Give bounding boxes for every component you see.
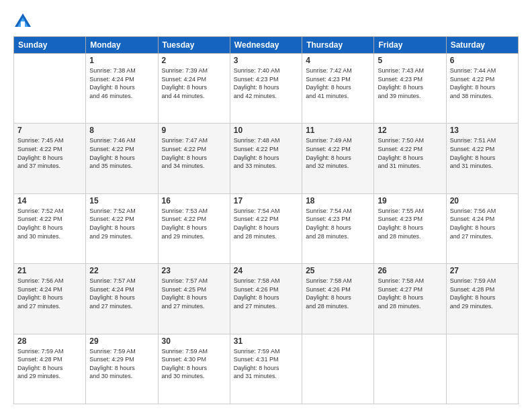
calendar-week-row: 21Sunrise: 7:56 AMSunset: 4:24 PMDayligh… — [14, 264, 519, 334]
day-info: Sunrise: 7:59 AMSunset: 4:30 PMDaylight:… — [162, 347, 226, 381]
calendar-cell: 21Sunrise: 7:56 AMSunset: 4:24 PMDayligh… — [14, 264, 86, 334]
calendar-cell: 12Sunrise: 7:50 AMSunset: 4:22 PMDayligh… — [374, 124, 446, 193]
calendar-week-row: 7Sunrise: 7:45 AMSunset: 4:22 PMDaylight… — [14, 124, 519, 193]
day-info: Sunrise: 7:58 AMSunset: 4:27 PMDaylight:… — [378, 277, 442, 310]
day-number: 2 — [162, 56, 226, 65]
calendar-cell: 2Sunrise: 7:39 AMSunset: 4:24 PMDaylight… — [158, 54, 230, 124]
day-number: 7 — [17, 126, 82, 135]
calendar-cell: 22Sunrise: 7:57 AMSunset: 4:24 PMDayligh… — [86, 264, 158, 334]
calendar-cell — [446, 334, 518, 404]
day-number: 31 — [234, 336, 298, 346]
day-number: 21 — [17, 266, 82, 275]
day-info: Sunrise: 7:52 AMSunset: 4:22 PMDaylight:… — [89, 207, 154, 240]
weekday-header: Friday — [374, 37, 446, 54]
day-info: Sunrise: 7:59 AMSunset: 4:29 PMDaylight:… — [89, 347, 154, 381]
day-number: 19 — [378, 196, 442, 205]
day-number: 4 — [306, 56, 370, 65]
calendar-cell: 26Sunrise: 7:58 AMSunset: 4:27 PMDayligh… — [374, 264, 446, 334]
day-number: 13 — [450, 126, 515, 135]
day-info: Sunrise: 7:40 AMSunset: 4:23 PMDaylight:… — [234, 66, 298, 100]
day-info: Sunrise: 7:45 AMSunset: 4:22 PMDaylight:… — [17, 136, 82, 170]
logo-icon — [13, 12, 32, 31]
calendar-cell — [302, 334, 374, 404]
calendar-cell: 6Sunrise: 7:44 AMSunset: 4:22 PMDaylight… — [446, 54, 518, 124]
day-info: Sunrise: 7:57 AMSunset: 4:25 PMDaylight:… — [162, 277, 226, 310]
page: SundayMondayTuesdayWednesdayThursdayFrid… — [0, 0, 532, 411]
calendar-week-row: 14Sunrise: 7:52 AMSunset: 4:22 PMDayligh… — [14, 193, 519, 263]
day-number: 11 — [306, 126, 370, 135]
calendar-cell: 7Sunrise: 7:45 AMSunset: 4:22 PMDaylight… — [14, 124, 86, 193]
day-number: 25 — [306, 266, 370, 275]
day-info: Sunrise: 7:52 AMSunset: 4:22 PMDaylight:… — [17, 207, 82, 240]
day-number: 9 — [162, 126, 226, 135]
day-info: Sunrise: 7:56 AMSunset: 4:24 PMDaylight:… — [17, 277, 82, 310]
weekday-header: Sunday — [14, 37, 86, 54]
day-number: 22 — [89, 266, 154, 275]
calendar-week-row: 28Sunrise: 7:59 AMSunset: 4:28 PMDayligh… — [14, 334, 519, 404]
calendar-cell: 24Sunrise: 7:58 AMSunset: 4:26 PMDayligh… — [230, 264, 302, 334]
calendar-cell — [374, 334, 446, 404]
calendar-cell: 10Sunrise: 7:48 AMSunset: 4:22 PMDayligh… — [230, 124, 302, 193]
day-number: 10 — [234, 126, 298, 135]
day-number: 26 — [378, 266, 442, 275]
day-number: 3 — [234, 56, 298, 65]
calendar-cell: 18Sunrise: 7:54 AMSunset: 4:23 PMDayligh… — [302, 193, 374, 263]
day-number: 18 — [306, 196, 370, 205]
day-info: Sunrise: 7:46 AMSunset: 4:22 PMDaylight:… — [89, 136, 154, 170]
header — [13, 12, 519, 31]
day-info: Sunrise: 7:44 AMSunset: 4:22 PMDaylight:… — [450, 66, 515, 100]
day-number: 1 — [89, 56, 154, 65]
day-info: Sunrise: 7:54 AMSunset: 4:23 PMDaylight:… — [306, 207, 370, 240]
day-number: 17 — [234, 196, 298, 205]
day-info: Sunrise: 7:53 AMSunset: 4:22 PMDaylight:… — [162, 207, 226, 240]
day-number: 24 — [234, 266, 298, 275]
day-info: Sunrise: 7:50 AMSunset: 4:22 PMDaylight:… — [378, 136, 442, 170]
day-number: 6 — [450, 56, 515, 65]
calendar-cell: 5Sunrise: 7:43 AMSunset: 4:23 PMDaylight… — [374, 54, 446, 124]
day-info: Sunrise: 7:55 AMSunset: 4:23 PMDaylight:… — [378, 207, 442, 240]
day-info: Sunrise: 7:47 AMSunset: 4:22 PMDaylight:… — [162, 136, 226, 170]
calendar-cell: 8Sunrise: 7:46 AMSunset: 4:22 PMDaylight… — [86, 124, 158, 193]
weekday-header: Saturday — [446, 37, 518, 54]
calendar-cell: 30Sunrise: 7:59 AMSunset: 4:30 PMDayligh… — [158, 334, 230, 404]
calendar-cell: 17Sunrise: 7:54 AMSunset: 4:22 PMDayligh… — [230, 193, 302, 263]
day-info: Sunrise: 7:59 AMSunset: 4:28 PMDaylight:… — [450, 277, 515, 310]
calendar-cell: 13Sunrise: 7:51 AMSunset: 4:22 PMDayligh… — [446, 124, 518, 193]
day-info: Sunrise: 7:59 AMSunset: 4:28 PMDaylight:… — [17, 347, 82, 381]
day-number: 30 — [162, 336, 226, 346]
day-number: 8 — [89, 126, 154, 135]
day-info: Sunrise: 7:58 AMSunset: 4:26 PMDaylight:… — [234, 277, 298, 310]
calendar-week-row: 1Sunrise: 7:38 AMSunset: 4:24 PMDaylight… — [14, 54, 519, 124]
weekday-header: Wednesday — [230, 37, 302, 54]
calendar-cell — [14, 54, 86, 124]
calendar-cell: 23Sunrise: 7:57 AMSunset: 4:25 PMDayligh… — [158, 264, 230, 334]
calendar-cell: 11Sunrise: 7:49 AMSunset: 4:22 PMDayligh… — [302, 124, 374, 193]
day-number: 15 — [89, 196, 154, 205]
calendar-cell: 28Sunrise: 7:59 AMSunset: 4:28 PMDayligh… — [14, 334, 86, 404]
day-info: Sunrise: 7:57 AMSunset: 4:24 PMDaylight:… — [89, 277, 154, 310]
calendar-cell: 27Sunrise: 7:59 AMSunset: 4:28 PMDayligh… — [446, 264, 518, 334]
weekday-header: Monday — [86, 37, 158, 54]
day-info: Sunrise: 7:42 AMSunset: 4:23 PMDaylight:… — [306, 66, 370, 100]
day-number: 14 — [17, 196, 82, 205]
calendar-cell: 19Sunrise: 7:55 AMSunset: 4:23 PMDayligh… — [374, 193, 446, 263]
logo — [13, 12, 35, 31]
calendar-cell: 3Sunrise: 7:40 AMSunset: 4:23 PMDaylight… — [230, 54, 302, 124]
calendar-cell: 25Sunrise: 7:58 AMSunset: 4:26 PMDayligh… — [302, 264, 374, 334]
day-number: 20 — [450, 196, 515, 205]
calendar-cell: 31Sunrise: 7:59 AMSunset: 4:31 PMDayligh… — [230, 334, 302, 404]
day-info: Sunrise: 7:43 AMSunset: 4:23 PMDaylight:… — [378, 66, 442, 100]
day-number: 29 — [89, 336, 154, 346]
day-info: Sunrise: 7:59 AMSunset: 4:31 PMDaylight:… — [234, 347, 298, 381]
calendar-cell: 4Sunrise: 7:42 AMSunset: 4:23 PMDaylight… — [302, 54, 374, 124]
calendar-cell: 9Sunrise: 7:47 AMSunset: 4:22 PMDaylight… — [158, 124, 230, 193]
day-info: Sunrise: 7:49 AMSunset: 4:22 PMDaylight:… — [306, 136, 370, 170]
day-number: 12 — [378, 126, 442, 135]
calendar-header-row: SundayMondayTuesdayWednesdayThursdayFrid… — [14, 37, 519, 54]
day-number: 27 — [450, 266, 515, 275]
day-number: 16 — [162, 196, 226, 205]
day-info: Sunrise: 7:54 AMSunset: 4:22 PMDaylight:… — [234, 207, 298, 240]
calendar-cell: 29Sunrise: 7:59 AMSunset: 4:29 PMDayligh… — [86, 334, 158, 404]
day-number: 23 — [162, 266, 226, 275]
calendar-cell: 20Sunrise: 7:56 AMSunset: 4:24 PMDayligh… — [446, 193, 518, 263]
